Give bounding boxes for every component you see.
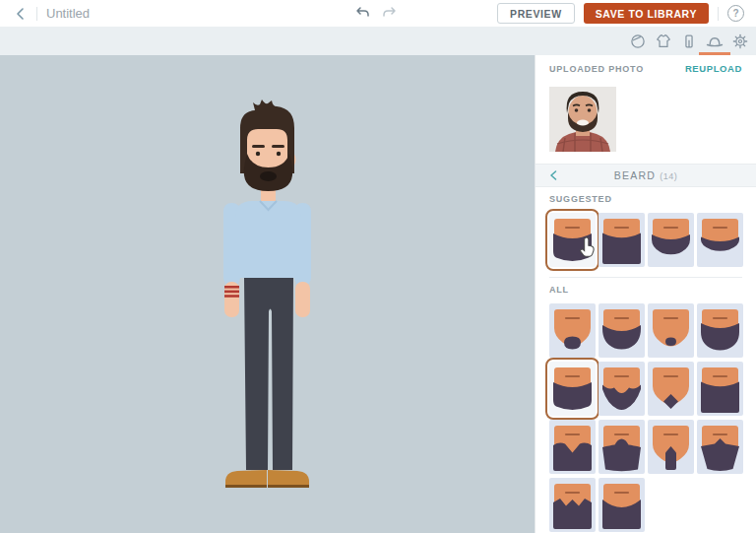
- beard-thumbnail-patch-small[interactable]: [648, 303, 694, 358]
- beard-thumbnail-full-round-selected[interactable]: [549, 213, 596, 267]
- help-icon[interactable]: ?: [727, 5, 744, 22]
- top-bar: Untitled PREVIEW SAVE TO LIBRARY ?: [0, 0, 756, 28]
- category-count: (14): [660, 171, 677, 181]
- beard-thumbnail-crescent-wide[interactable]: [598, 303, 645, 358]
- suggested-beard-grid: [549, 213, 742, 267]
- beard-thumbnail-full-m-notch[interactable]: [549, 420, 596, 474]
- beard-thumbnail-full-dome[interactable]: [598, 420, 645, 474]
- category-header: BEARD (14): [536, 164, 756, 187]
- hat-icon[interactable]: [705, 27, 724, 55]
- shirt-icon[interactable]: [654, 27, 673, 55]
- category-title: BEARD (14): [536, 169, 756, 181]
- save-to-library-button[interactable]: SAVE TO LIBRARY: [584, 3, 709, 24]
- undo-icon[interactable]: [355, 5, 370, 23]
- beard-thumbnail-full-square[interactable]: [697, 362, 743, 416]
- title-divider: [36, 7, 37, 21]
- beard-thumbnail-band-full[interactable]: [697, 303, 743, 358]
- help-divider: [718, 7, 719, 21]
- beard-thumbnail-full-square[interactable]: [598, 213, 645, 267]
- gear-icon[interactable]: [730, 27, 750, 55]
- beard-thumbnail-v-point[interactable]: [598, 362, 645, 416]
- beard-thumbnail-taper-peak[interactable]: [697, 420, 743, 474]
- beard-thumbnail-band-thin[interactable]: [697, 213, 743, 267]
- uploaded-photo-label: UPLOADED PHOTO: [549, 64, 644, 74]
- beard-thumbnail-full-zigzag[interactable]: [549, 478, 596, 532]
- back-icon[interactable]: [12, 6, 28, 22]
- all-label: ALL: [549, 285, 742, 295]
- category-back-icon[interactable]: [549, 165, 557, 186]
- beard-thumbnail-band-medium[interactable]: [648, 213, 694, 267]
- preview-button[interactable]: PREVIEW: [497, 3, 575, 24]
- reupload-link[interactable]: REUPLOAD: [685, 63, 742, 74]
- editor-canvas: [0, 55, 535, 533]
- beard-thumbnail-strip-vertical[interactable]: [648, 420, 694, 474]
- beard-thumbnail-diamond[interactable]: [648, 362, 694, 416]
- redo-icon[interactable]: [382, 5, 397, 23]
- head-icon[interactable]: [628, 27, 648, 55]
- right-panel: UPLOADED PHOTO REUPLOAD: [535, 55, 756, 533]
- uploaded-photo: [549, 87, 616, 152]
- suggested-label: SUGGESTED: [549, 194, 742, 204]
- pants-icon[interactable]: [679, 27, 699, 55]
- document-title[interactable]: Untitled: [46, 6, 90, 21]
- all-beard-grid: [549, 303, 742, 532]
- character-illustration[interactable]: [198, 99, 336, 498]
- beard-thumbnail-full-curve[interactable]: [598, 478, 645, 532]
- beard-thumbnail-goatee-round[interactable]: [549, 303, 596, 358]
- section-divider: [549, 277, 742, 278]
- beard-thumbnail-full-round-selected[interactable]: [549, 362, 596, 416]
- category-toolbar: [0, 27, 756, 55]
